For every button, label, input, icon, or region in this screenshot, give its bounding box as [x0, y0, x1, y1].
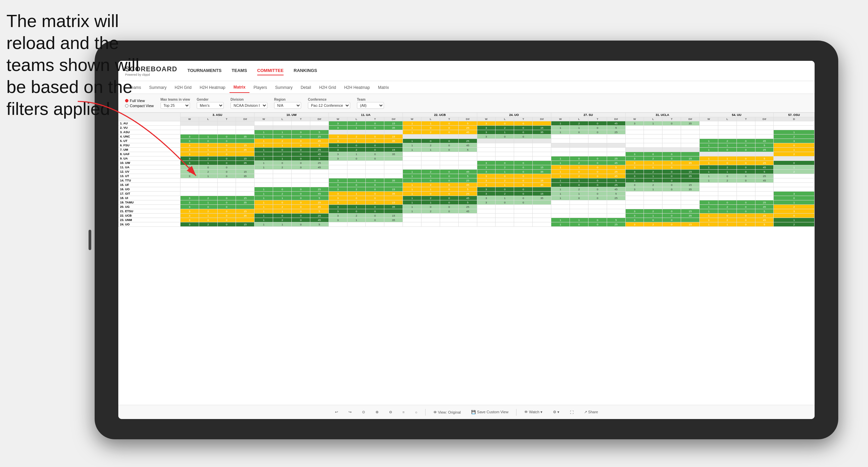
matrix-cell: 2	[718, 165, 737, 170]
matrix-cell: 0	[588, 187, 607, 192]
matrix-cell	[737, 192, 755, 196]
tab-summary2[interactable]: Summary	[271, 82, 296, 93]
matrix-cell: 45	[755, 139, 774, 143]
zoom-out-button[interactable]: ⊖	[386, 409, 395, 416]
gender-select[interactable]: Men's	[197, 102, 224, 109]
matrix-cell: 35	[533, 196, 551, 200]
matrix-cell: 2	[421, 130, 440, 134]
matrix-cell: 0	[199, 218, 217, 222]
matrix-cell	[755, 187, 774, 192]
matrix-cell	[607, 134, 625, 139]
matrix-cell: 2	[347, 200, 366, 205]
save-custom-view-button[interactable]: 💾 Save Custom View	[468, 409, 511, 416]
nav-teams[interactable]: TEAMS	[232, 66, 247, 75]
matrix-cell: 0	[737, 214, 755, 218]
tab-h2h-grid[interactable]: H2H Grid	[171, 82, 196, 93]
matrix-cell: 0	[662, 178, 681, 183]
matrix-cell: 0	[199, 165, 217, 170]
matrix-cell: 0	[440, 192, 458, 196]
matrix-cell: 0	[588, 192, 607, 196]
matrix-cell: 0	[366, 196, 384, 200]
tab-h2h-heatmap[interactable]: H2H Heatmap	[196, 82, 230, 93]
matrix-cell	[533, 218, 551, 222]
tab-detail[interactable]: Detail	[296, 82, 315, 93]
matrix-cell: 1	[551, 187, 570, 192]
matrix-cell: 0	[366, 214, 384, 218]
matrix-cell: 15	[533, 178, 551, 183]
matrix-cell-osu: 1	[774, 218, 815, 222]
nav-rankings[interactable]: RANKINGS	[294, 66, 317, 75]
tab-matrix[interactable]: Matrix	[230, 82, 249, 93]
matrix-cell: 1	[699, 222, 718, 227]
matrix-cell: 5	[607, 218, 625, 222]
matrix-cell	[755, 196, 774, 200]
matrix-cell: 0	[496, 121, 514, 126]
matrix-cell: 45	[607, 161, 625, 165]
max-teams-select[interactable]: Top 25	[161, 102, 190, 109]
matrix-cell: 3	[477, 161, 496, 165]
matrix-cell	[570, 205, 588, 209]
matrix-cell: 0	[514, 170, 533, 174]
matrix-cell	[551, 214, 570, 218]
su-dif: Dif	[607, 117, 625, 121]
matrix-cell	[440, 152, 458, 156]
refresh-button[interactable]: ⊙	[359, 409, 368, 416]
matrix-cell	[755, 152, 774, 156]
tab-h2h-heatmap2[interactable]: H2H Heatmap	[340, 82, 374, 93]
matrix-cell: 0	[662, 222, 681, 227]
uw-dif: Dif	[310, 117, 329, 121]
matrix-cell	[588, 214, 607, 218]
matrix-cell: 15	[236, 170, 255, 174]
share-button[interactable]: ↗ Share	[581, 409, 601, 416]
row-team-name: 9. UA	[119, 156, 180, 161]
watch-button[interactable]: 👁 Watch ▾	[522, 409, 545, 416]
matrix-cell	[384, 209, 403, 214]
matrix-cell: 0	[737, 165, 755, 170]
tab-players[interactable]: Players	[249, 82, 271, 93]
undo-button[interactable]: ↩	[332, 409, 341, 416]
matrix-container[interactable]: 3. ASU 10. UW 11. UA 22. UCB 24. UO 27. …	[118, 113, 815, 405]
matrix-cell: 1	[551, 130, 570, 134]
fit-button[interactable]: =	[400, 409, 407, 416]
matrix-cell	[180, 121, 199, 126]
reset-button[interactable]: ○	[412, 409, 420, 416]
matrix-cell: 0	[273, 134, 292, 139]
matrix-cell: 0	[440, 187, 458, 192]
matrix-cell	[625, 196, 644, 200]
matrix-cell	[180, 130, 199, 134]
table-row: 19. TAMU3103510025320151105300100251	[119, 200, 815, 205]
region-select[interactable]: N/A	[274, 102, 301, 109]
tab-h2h-grid2[interactable]: H2H Grid	[315, 82, 340, 93]
matrix-cell: 35	[533, 130, 551, 134]
matrix-cell: 0	[737, 156, 755, 161]
matrix-cell: 1	[255, 214, 273, 218]
nav-committee[interactable]: COMMITTEE	[257, 66, 284, 75]
matrix-cell	[681, 165, 700, 170]
zoom-in-button[interactable]: ⊕	[373, 409, 381, 416]
matrix-cell	[533, 161, 551, 165]
division-select[interactable]: NCAA Division I	[231, 102, 267, 109]
matrix-cell: 0	[737, 178, 755, 183]
options-button[interactable]: ⚙ ▾	[550, 409, 562, 416]
matrix-cell: 35	[681, 214, 700, 218]
matrix-cell: 0	[366, 200, 384, 205]
matrix-cell: 0	[366, 121, 384, 126]
matrix-cell: 1	[255, 161, 273, 165]
matrix-cell: 0	[644, 165, 662, 170]
matrix-cell	[477, 205, 496, 209]
matrix-cell-osu: 0	[774, 143, 815, 148]
matrix-cell	[533, 200, 551, 205]
team-select[interactable]: (All)	[357, 102, 384, 109]
matrix-cell	[440, 165, 458, 170]
matrix-cell: 0	[662, 161, 681, 165]
redo-button[interactable]: ↪	[346, 409, 354, 416]
expand-button[interactable]: ⛶	[567, 409, 576, 416]
nav-tournaments[interactable]: TOURNAMENTS	[187, 66, 221, 75]
view-original-button[interactable]: 👁 View: Original	[431, 409, 464, 416]
matrix-cell	[403, 134, 421, 139]
conference-select[interactable]: Pac-12 Conference	[308, 102, 350, 109]
gender-label: Gender	[197, 98, 224, 101]
tab-matrix2[interactable]: Matrix	[374, 82, 393, 93]
matrix-cell	[644, 196, 662, 200]
annotation-text: The matrix will reload and the teams sho…	[6, 10, 152, 120]
